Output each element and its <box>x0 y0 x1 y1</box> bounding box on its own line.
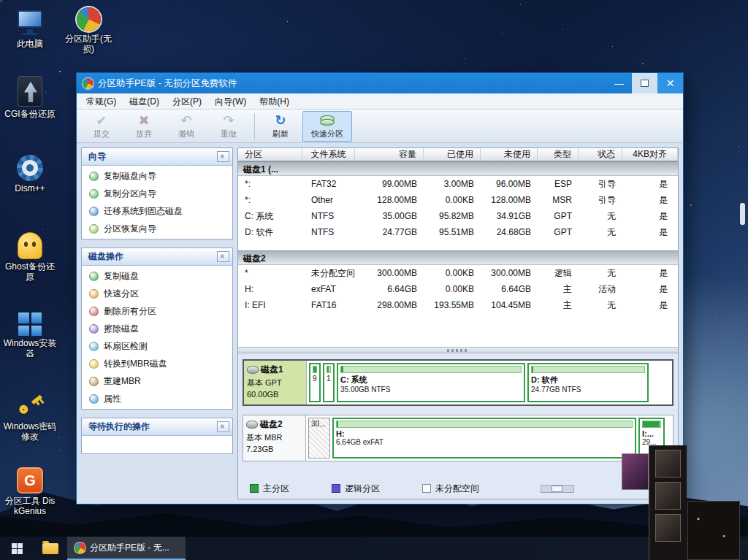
sidebar-section-title: 磁盘操作 <box>88 250 217 263</box>
partition-block[interactable]: D: 软件24.77GB NTFS <box>527 363 649 402</box>
partition-row[interactable]: C: 系统NTFS35.00GB95.82MB34.91GBGPT无是 <box>238 208 678 224</box>
desktop-icon[interactable]: Dism++ <box>3 155 57 193</box>
sidebar-item[interactable]: 复制磁盘向导 <box>82 167 232 185</box>
partition-table-header: 分区文件系统容量已使用未使用类型状态4KB对齐 <box>238 148 678 161</box>
collapse-chevron-icon[interactable]: « <box>217 251 229 262</box>
legend-label: 主分区 <box>263 483 289 495</box>
desktop-icon[interactable]: G分区工具 DiskGenius <box>3 467 57 516</box>
copy-disk-icon <box>89 272 99 281</box>
sidebar-item[interactable]: 属性 <box>82 390 232 407</box>
legend-scrollbar[interactable] <box>541 485 574 493</box>
column-header-7[interactable]: 4KB对齐 <box>622 148 678 161</box>
partition-block[interactable]: 9 <box>309 363 321 402</box>
partition-cell: 是 <box>622 297 678 313</box>
sidebar-section: 向导«复制磁盘向导复制分区向导迁移系统到固态磁盘分区恢复向导 <box>81 147 233 239</box>
splitter-grip-icon <box>447 349 469 352</box>
sidebar-item[interactable]: 复制分区向导 <box>82 185 232 202</box>
column-header-1[interactable]: 文件系统 <box>302 148 355 161</box>
sidebar-item[interactable]: 重建MBR <box>82 372 232 390</box>
menu-help[interactable]: 帮助(H) <box>253 93 296 110</box>
titlebar[interactable]: 分区助手PE版 - 无损分区免费软件 — ✕ <box>77 73 683 93</box>
menu-partition[interactable]: 分区(P) <box>166 93 208 110</box>
commit-check-icon: ✔ <box>96 113 107 128</box>
partition-block[interactable]: C: 系统35.00GB NTFS <box>337 363 525 402</box>
menu-general[interactable]: 常规(G) <box>80 93 123 110</box>
partition-block[interactable]: 30... <box>308 418 330 459</box>
partition-row[interactable]: *:FAT3299.00MB3.00MB96.00MBESP引导是 <box>238 176 678 192</box>
partition-cell: ESP <box>538 176 579 192</box>
desktop-icon[interactable]: CGI备份还原 <box>3 76 57 119</box>
sidebar-item[interactable]: 分区恢复向导 <box>82 220 232 237</box>
desktop-icon[interactable]: 此电脑 <box>3 7 57 49</box>
sidebar-item[interactable]: 删除所有分区 <box>82 302 232 320</box>
disk-block[interactable]: 磁盘1基本 GPT60.00GB91C: 系统35.00GB NTFSD: 软件… <box>243 359 673 406</box>
column-header-4[interactable]: 未使用 <box>481 148 538 161</box>
disk-info[interactable]: 磁盘1基本 GPT60.00GB <box>244 361 307 404</box>
toolbar-quick-partition-button[interactable]: 快速分区 <box>302 111 352 142</box>
menu-wizard[interactable]: 向导(W) <box>208 93 253 110</box>
desktop-icon[interactable]: Windows安装器 <box>3 312 57 358</box>
desktop-icon[interactable]: 分区助手(无损) <box>61 7 115 54</box>
partition-cell: *: <box>238 192 302 208</box>
sidebar-section: 磁盘操作«复制磁盘快速分区删除所有分区擦除磁盘坏扇区检测转换到MBR磁盘重建MB… <box>81 248 233 410</box>
partition-row[interactable]: *:Other128.00MB0.00KB128.00MBMSR引导是 <box>238 192 678 208</box>
column-header-0[interactable]: 分区 <box>238 148 302 161</box>
partition-block[interactable]: 1 <box>323 363 335 402</box>
partition-row[interactable]: I: EFIFAT16298.00MB193.55MB104.45MB主无是 <box>238 297 678 313</box>
desktop-icon-label: Dism++ <box>15 183 45 193</box>
sidebar-item[interactable]: 复制磁盘 <box>82 267 232 285</box>
primary-legend-swatch <box>250 484 259 493</box>
partition-cell: FAT32 <box>302 176 355 192</box>
partition-strip: 91C: 系统35.00GB NTFSD: 软件24.77GB NTFS <box>307 361 672 404</box>
maximize-button[interactable] <box>632 73 657 93</box>
partition-size-label: 9 <box>313 375 317 383</box>
close-button[interactable]: ✕ <box>657 73 683 93</box>
sidebar-item[interactable]: 坏扇区检测 <box>82 337 232 355</box>
partition-size-label: 30... <box>311 420 327 428</box>
column-header-3[interactable]: 已使用 <box>424 148 481 161</box>
used-space-bar <box>327 367 329 372</box>
windows-installer-icon <box>18 312 42 336</box>
sidebar-item-label: 重建MBR <box>104 375 141 388</box>
taskbar-app-button[interactable]: 分区助手PE版 - 无... <box>67 537 186 560</box>
toolbar-button-label: 刷新 <box>272 129 289 139</box>
partition-cell: 300.00MB <box>355 265 424 281</box>
panel-splitter[interactable] <box>238 347 678 353</box>
disk-group-header[interactable]: 磁盘2 <box>238 250 678 265</box>
file-explorer-button[interactable] <box>34 537 67 560</box>
menu-disk[interactable]: 磁盘(D) <box>123 93 166 110</box>
collapse-chevron-icon[interactable]: « <box>217 151 229 162</box>
disk-info[interactable]: 磁盘2基本 MBR7.23GB <box>243 415 306 461</box>
partition-cell: 是 <box>622 192 678 208</box>
column-header-5[interactable]: 类型 <box>538 148 579 161</box>
toolbar-refresh-button[interactable]: ↻刷新 <box>260 111 301 142</box>
partition-cell: *: <box>238 176 302 192</box>
partition-row[interactable]: D: 软件NTFS24.77GB95.51MB24.68GBGPT无是 <box>238 224 678 240</box>
desktop-icon[interactable]: Ghost备份还原 <box>3 232 57 282</box>
sidebar-section-header: 等待执行的操作« <box>82 418 232 436</box>
minimize-button[interactable]: — <box>606 73 632 93</box>
sidebar-item[interactable]: 迁移系统到固态磁盘 <box>82 202 232 220</box>
disk-block[interactable]: 磁盘2基本 MBR7.23GB30...H:6.64GB exFATI:...2… <box>243 415 673 461</box>
collapse-chevron-icon[interactable]: « <box>217 421 229 432</box>
scrollbar-handle[interactable] <box>552 486 562 492</box>
disk-group-header[interactable]: 磁盘1 (... <box>238 161 678 176</box>
disk-type: 基本 GPT <box>247 377 303 388</box>
column-header-2[interactable]: 容量 <box>355 148 424 161</box>
partition-row[interactable]: H:exFAT6.64GB0.00KB6.64GB主活动是 <box>238 281 678 297</box>
desktop-icon[interactable]: Windows密码修改 <box>3 390 57 442</box>
partition-cell: 0.00KB <box>424 281 481 297</box>
start-button[interactable] <box>0 537 34 560</box>
sidebar-item[interactable]: 擦除磁盘 <box>82 320 232 337</box>
migrate-os-to-ssd-icon <box>89 207 99 216</box>
partition-cell: 6.64GB <box>481 281 538 297</box>
sidebar-item[interactable]: 快速分区 <box>82 285 232 302</box>
sidebar-item[interactable]: 转换到MBR磁盘 <box>82 355 232 372</box>
sidebar-item-label: 复制磁盘 <box>104 270 139 283</box>
partition-block[interactable]: H:6.64GB exFAT <box>332 418 636 459</box>
column-header-6[interactable]: 状态 <box>579 148 622 161</box>
partition-cell: 是 <box>622 281 678 297</box>
partition-strip: 30...H:6.64GB exFATI:...29... <box>306 415 673 461</box>
screen-artifact-thumbnail <box>622 453 649 490</box>
partition-row[interactable]: *未分配空间300.00MB0.00KB300.00MB逻辑无是 <box>238 265 678 281</box>
